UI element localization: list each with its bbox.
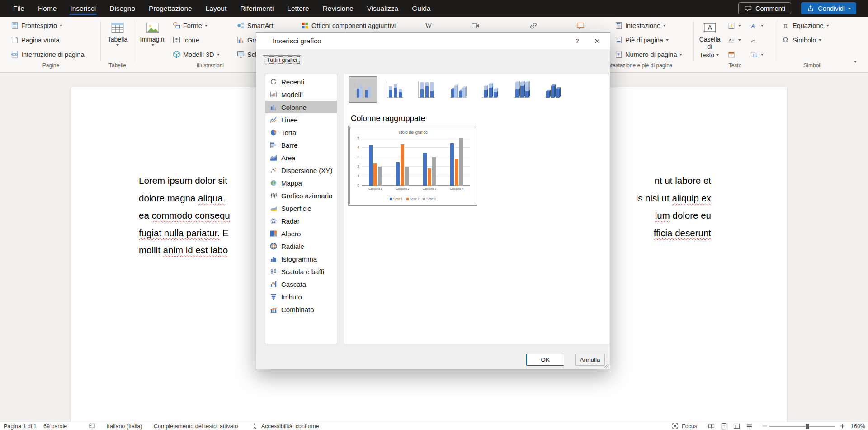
menu-tab-home[interactable]: Home xyxy=(31,0,63,17)
chart-category-scatola[interactable]: Scatola e baffi xyxy=(265,265,337,278)
comment-button[interactable] xyxy=(574,19,587,32)
proofing-icon[interactable] xyxy=(89,423,96,430)
chart-category-recenti[interactable]: Recenti xyxy=(265,75,337,88)
chart-subtype-5[interactable] xyxy=(476,76,504,103)
equation-button[interactable]: π Equazione xyxy=(779,19,831,32)
focus-button[interactable]: Focus xyxy=(682,422,697,430)
chart-category-cascata[interactable]: Cascata xyxy=(265,278,337,290)
pictures-button[interactable]: Immagini xyxy=(138,19,167,62)
signature-line-button[interactable] xyxy=(748,34,760,46)
chart-subtype-1[interactable] xyxy=(349,76,377,103)
status-accessibility[interactable]: Accessibilità: conforme xyxy=(261,422,319,430)
zoom-slider-thumb[interactable] xyxy=(806,424,809,429)
quick-parts-button[interactable] xyxy=(725,19,743,32)
document-text-line: lum dolore eu xyxy=(655,210,711,221)
accessibility-icon[interactable] xyxy=(251,423,259,430)
help-button[interactable]: ? xyxy=(567,33,587,49)
object-button[interactable] xyxy=(748,48,766,61)
menu-tab-inserisci[interactable]: Inserisci xyxy=(63,0,103,17)
radar-chart-icon xyxy=(270,217,278,225)
chart-category-dispersione[interactable]: Dispersione (XY) xyxy=(265,164,337,177)
menu-tab-layout[interactable]: Layout xyxy=(199,0,234,17)
cover-page-button[interactable]: Frontespizio xyxy=(8,19,65,32)
header-button[interactable]: Intestazione xyxy=(612,19,668,32)
menu-tab-visualizza[interactable]: Visualizza xyxy=(360,0,406,17)
3d-models-button[interactable]: Modelli 3D xyxy=(170,48,222,61)
chart-category-radar[interactable]: Radar xyxy=(265,215,337,227)
chart-subtype-2[interactable] xyxy=(381,76,409,103)
zoom-out-button[interactable] xyxy=(761,423,769,430)
link-button[interactable] xyxy=(527,19,540,32)
drop-cap-button[interactable]: A xyxy=(725,34,743,46)
read-mode-button-icon[interactable] xyxy=(708,423,715,430)
chart-subtype-6[interactable] xyxy=(507,76,535,103)
menu-tab-progettazione[interactable]: Progettazione xyxy=(142,0,199,17)
date-time-button[interactable] xyxy=(725,48,738,61)
chart-category-mappa[interactable]: Mappa xyxy=(265,177,337,189)
ribbon-divider xyxy=(134,20,134,62)
status-word-count[interactable]: 69 parole xyxy=(43,422,67,430)
get-add-ins-button[interactable]: Ottieni componenti aggiuntivi xyxy=(298,19,398,32)
focus-icon[interactable] xyxy=(672,423,679,430)
page-number-button[interactable]: # Numero di pagina xyxy=(612,48,684,61)
wordart-button[interactable]: A xyxy=(748,19,766,32)
status-page-indicator[interactable]: Pagina 1 di 1 xyxy=(4,422,37,430)
symbol-button[interactable]: Ω Simbolo xyxy=(779,34,824,46)
menu-tab-disegno[interactable]: Disegno xyxy=(103,0,142,17)
zoom-slider[interactable] xyxy=(769,426,835,427)
ok-button[interactable]: OK xyxy=(526,354,564,366)
zoom-level[interactable]: 160% xyxy=(851,422,865,430)
menu-tab-guida[interactable]: Guida xyxy=(405,0,437,17)
shapes-button[interactable]: Forme xyxy=(170,19,210,32)
chart-category-area[interactable]: Area xyxy=(265,151,337,164)
icons-button[interactable]: Icone xyxy=(170,34,201,46)
chart-category-modelli[interactable]: Modelli xyxy=(265,88,337,101)
chart-category-linee[interactable]: Linee xyxy=(265,113,337,126)
chart-subtype-3[interactable] xyxy=(412,76,440,103)
colonne-chart-icon xyxy=(270,103,278,111)
print-layout-button-icon[interactable] xyxy=(721,423,728,430)
chevron-down-icon xyxy=(761,25,764,27)
share-button[interactable]: Condividi xyxy=(801,2,856,14)
dialog-titlebar[interactable]: Inserisci grafico ? xyxy=(256,33,610,49)
online-video-button[interactable] xyxy=(469,19,482,32)
chart-category-torta[interactable]: Torta xyxy=(265,126,337,139)
chart-category-colonne[interactable]: Colonne xyxy=(265,101,337,113)
chart-preview[interactable]: Titolo del grafico 012345 Categoria 1Cat… xyxy=(349,127,476,204)
ribbon-divider xyxy=(693,20,694,62)
chart-category-azionario[interactable]: Grafico azionario xyxy=(265,189,337,202)
chart-category-istogramma[interactable]: Istogramma xyxy=(265,252,337,265)
chart-category-radiale[interactable]: Radiale xyxy=(265,240,337,252)
status-language[interactable]: Italiano (Italia) xyxy=(107,422,142,430)
page-break-button[interactable]: Interruzione di pagina xyxy=(8,48,86,61)
mappa-chart-icon xyxy=(270,179,278,187)
chart-category-superficie[interactable]: Superficie xyxy=(265,202,337,215)
footer-button[interactable]: Piè di pagina xyxy=(612,34,671,46)
cancel-button[interactable]: Annulla xyxy=(575,354,605,366)
chart-subtype-4[interactable] xyxy=(444,76,472,103)
smartart-button[interactable]: SmartArt xyxy=(234,19,275,32)
menu-tab-lettere[interactable]: Lettere xyxy=(280,0,316,17)
zoom-in-button[interactable] xyxy=(839,423,846,430)
tab-all-charts[interactable]: Tutti i grafici xyxy=(263,55,301,65)
menu-tab-file[interactable]: File xyxy=(6,0,31,17)
draft-view-button-icon[interactable] xyxy=(746,423,753,430)
chart-subtype-7[interactable] xyxy=(539,76,567,103)
chart-category-barre[interactable]: Barre xyxy=(265,139,337,151)
table-button[interactable]: Tabella xyxy=(103,19,132,62)
comments-button[interactable]: Commenti xyxy=(738,2,791,14)
collapse-ribbon-button[interactable] xyxy=(852,56,859,68)
web-layout-button-icon[interactable] xyxy=(733,423,741,430)
close-button[interactable] xyxy=(587,33,607,49)
chart-category-combinato[interactable]: Combinato xyxy=(265,303,337,316)
resize-grip[interactable] xyxy=(602,361,609,369)
blank-page-button[interactable]: Pagina vuota xyxy=(8,34,62,46)
menu-tab-revisione[interactable]: Revisione xyxy=(316,0,360,17)
chart-category-albero[interactable]: Albero xyxy=(265,227,337,240)
equation-label: Equazione xyxy=(793,22,824,29)
status-text-completion[interactable]: Completamento del testo: attivato xyxy=(154,422,238,430)
chart-category-imbuto[interactable]: Imbuto xyxy=(265,290,337,303)
wikipedia-button[interactable]: W xyxy=(423,19,435,32)
menu-tab-riferimenti[interactable]: Riferimenti xyxy=(233,0,280,17)
text-box-button[interactable]: A Casella di testo xyxy=(696,19,723,62)
